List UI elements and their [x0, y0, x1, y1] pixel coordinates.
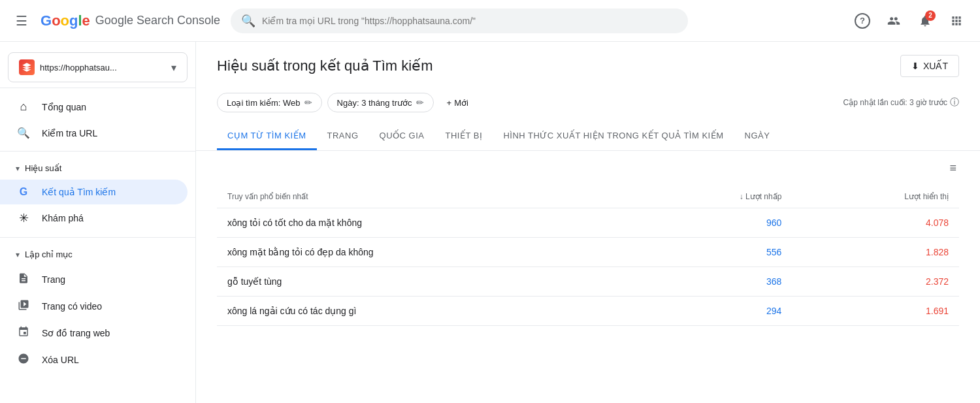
last-updated: Cập nhật lần cuối: 3 giờ trước ⓘ: [843, 97, 959, 108]
sidebar-item-label: Xóa URL: [42, 355, 79, 365]
sidebar-item-label: Trang có video: [42, 301, 102, 312]
sidebar-item-kham-pha[interactable]: ✳ Khám phá: [0, 204, 188, 232]
new-label: Mới: [454, 98, 468, 108]
export-icon: ⬇: [911, 61, 919, 71]
table-filter-icon[interactable]: ≡: [947, 159, 959, 178]
sidebar-item-overview[interactable]: ⌂ Tổng quan: [0, 93, 188, 120]
header: ☰ Google Google Search Console 🔍 ? 2: [0, 0, 980, 42]
tab-quoc-gia[interactable]: QUỐC GIA: [369, 123, 435, 150]
cell-clicks: 368: [625, 267, 792, 297]
site-icon: [19, 59, 35, 75]
cell-impressions: 1.828: [792, 238, 959, 267]
cell-impressions: 1.691: [792, 297, 959, 326]
search-url-icon: 🔍: [16, 127, 31, 139]
tab-cum-tu[interactable]: CỤM TỪ TÌM KIẾM: [217, 123, 317, 150]
data-table: Truy vấn phổ biến nhất ↓ Lượt nhấp Lượt …: [217, 185, 959, 326]
edit-icon-2: ✏: [416, 97, 424, 108]
info-icon[interactable]: ⓘ: [950, 97, 959, 108]
google-g-icon: G: [16, 186, 31, 198]
edit-icon: ✏: [304, 97, 312, 108]
sidebar-item-label: Sơ đồ trang web: [42, 328, 110, 338]
col-header-query: Truy vấn phổ biến nhất: [217, 185, 625, 208]
sidebar-divider: [0, 88, 195, 88]
notification-button[interactable]: 2: [912, 8, 938, 34]
site-selector[interactable]: https://hopphatsau... ▾: [8, 52, 188, 82]
filters-row: Loại tìm kiếm: Web ✏ Ngày: 3 tháng trước…: [196, 88, 980, 123]
table-container: ≡ Truy vấn phổ biến nhất ↓ Lượt nhấp Lượ…: [196, 151, 980, 326]
sidebar-item-xoa-url[interactable]: Xóa URL: [0, 346, 188, 373]
sidebar-item-trang[interactable]: Trang: [0, 266, 188, 293]
tab-hinh-thuc[interactable]: HÌNH THỨC XUẤT HIỆN TRONG KẾT QUẢ TÌM KI…: [493, 123, 734, 150]
sidebar-item-label: Tổng quan: [42, 102, 86, 112]
menu-icon[interactable]: ☰: [10, 8, 33, 34]
search-bar[interactable]: 🔍: [231, 8, 688, 33]
accounts-button[interactable]: [881, 8, 907, 34]
tab-trang[interactable]: TRANG: [317, 123, 369, 150]
apps-button[interactable]: [943, 8, 970, 34]
sidebar-divider-2: [0, 151, 195, 152]
main-content: Hiệu suất trong kết quả Tìm kiếm ⬇ XUẤT …: [196, 42, 980, 403]
header-actions: ? 2: [849, 8, 970, 34]
table-row: xông mặt bằng tỏi có đẹp da không 556 1.…: [217, 238, 959, 267]
site-url: https://hopphatsau...: [40, 63, 166, 73]
header-left: ☰ Google Google Search Console: [10, 8, 220, 34]
table-row: xông lá ngải cứu có tác dụng gì 294 1.69…: [217, 297, 959, 326]
search-type-label: Loại tìm kiếm: Web: [227, 98, 301, 108]
google-logo: Google: [41, 12, 90, 29]
tab-thiet-bi[interactable]: THIẾT BỊ: [434, 123, 493, 150]
tabs-row: CỤM TỪ TÌM KIẾM TRANG QUỐC GIA THIẾT BỊ …: [196, 123, 980, 151]
apps-icon: [950, 14, 963, 27]
section-lap-chi-muc[interactable]: ▾ Lập chỉ mục: [0, 243, 195, 266]
col-header-impressions: Lượt hiển thị: [792, 185, 959, 208]
tab-ngay[interactable]: NGÀY: [734, 123, 781, 150]
sidebar-item-url-inspection[interactable]: 🔍 Kiểm tra URL: [0, 120, 188, 146]
add-new-button[interactable]: + Mới: [439, 94, 476, 112]
table-body: xông tỏi có tốt cho da mặt không 960 4.0…: [217, 208, 959, 326]
section-label: Hiệu suất: [25, 163, 61, 173]
app-name: Google Search Console: [95, 14, 220, 27]
plus-icon: +: [447, 98, 452, 108]
sidebar-item-label: Khám phá: [42, 213, 84, 223]
video-page-icon: [16, 299, 31, 313]
cell-clicks: 556: [625, 238, 792, 267]
table-header-row: Truy vấn phổ biến nhất ↓ Lượt nhấp Lượt …: [217, 185, 959, 208]
chevron-down-icon-2: ▾: [16, 250, 20, 259]
cell-query: xông tỏi có tốt cho da mặt không: [217, 208, 625, 238]
col-header-clicks[interactable]: ↓ Lượt nhấp: [625, 185, 792, 208]
cell-query: xông lá ngải cứu có tác dụng gì: [217, 297, 625, 326]
section-hieu-suat[interactable]: ▾ Hiệu suất: [0, 157, 195, 180]
section-label: Lập chỉ mục: [25, 250, 73, 259]
date-range-filter[interactable]: Ngày: 3 tháng trước ✏: [327, 93, 434, 112]
date-range-label: Ngày: 3 tháng trước: [337, 98, 412, 108]
help-button[interactable]: ?: [849, 8, 875, 34]
logo: Google Google Search Console: [41, 12, 220, 29]
search-input[interactable]: [262, 16, 678, 26]
cell-clicks: 960: [625, 208, 792, 238]
dropdown-arrow-icon: ▾: [171, 61, 176, 74]
sidebar-item-label: Trang: [42, 274, 65, 285]
cell-clicks: 294: [625, 297, 792, 326]
accounts-icon: [887, 14, 900, 27]
cell-query: gỗ tuyết tùng: [217, 267, 625, 297]
sidebar-item-trang-co-video[interactable]: Trang có video: [0, 293, 188, 319]
help-icon: ?: [855, 13, 870, 29]
sitemap-icon: [16, 326, 31, 340]
search-icon: 🔍: [241, 14, 255, 28]
main-header: Hiệu suất trong kết quả Tìm kiếm ⬇ XUẤT: [196, 42, 980, 88]
search-type-filter[interactable]: Loại tìm kiếm: Web ✏: [217, 93, 322, 112]
sidebar-item-ket-qua-tim-kiem[interactable]: G Kết quả Tìm kiếm: [0, 180, 188, 204]
remove-url-icon: [16, 353, 31, 366]
col-clicks-label: Lượt nhấp: [745, 192, 781, 201]
sidebar-item-label: Kiểm tra URL: [42, 128, 97, 138]
notification-badge: 2: [925, 10, 936, 21]
layout: https://hopphatsau... ▾ ⌂ Tổng quan 🔍 Ki…: [0, 42, 980, 403]
last-updated-text: Cập nhật lần cuối: 3 giờ trước: [843, 98, 947, 107]
export-button[interactable]: ⬇ XUẤT: [900, 55, 959, 77]
cell-query: xông mặt bằng tỏi có đẹp da không: [217, 238, 625, 267]
table-row: xông tỏi có tốt cho da mặt không 960 4.0…: [217, 208, 959, 238]
table-toolbar: ≡: [217, 151, 959, 185]
page-title: Hiệu suất trong kết quả Tìm kiếm: [217, 57, 433, 74]
table-row: gỗ tuyết tùng 368 2.372: [217, 267, 959, 297]
sidebar-item-label: Kết quả Tìm kiếm: [42, 187, 116, 197]
sidebar-item-sitemap[interactable]: Sơ đồ trang web: [0, 319, 188, 346]
